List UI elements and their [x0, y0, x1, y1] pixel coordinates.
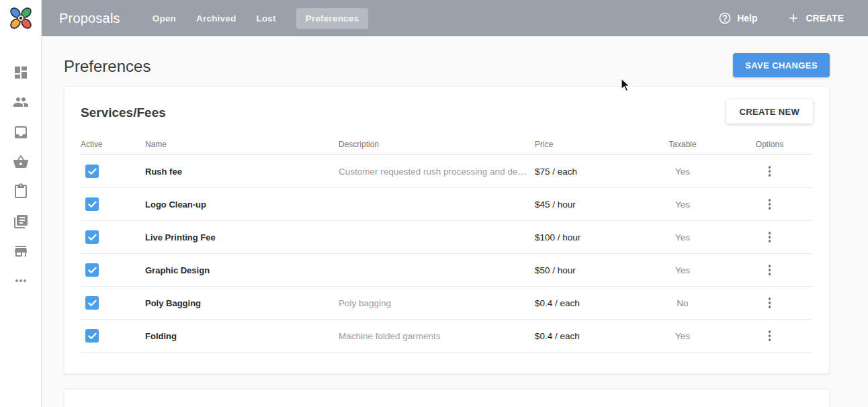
- kebab-icon: [769, 298, 771, 300]
- active-cell: [81, 165, 145, 178]
- active-checkbox[interactable]: [85, 165, 99, 178]
- column-header-price: Price: [535, 140, 639, 149]
- kebab-icon: [769, 199, 771, 201]
- column-header-options: Options: [726, 140, 813, 149]
- table-body: Rush feeCustomer requested rush processi…: [81, 155, 813, 353]
- sidebar-item-store[interactable]: [0, 236, 42, 266]
- check-icon: [88, 234, 97, 241]
- help-button[interactable]: Help: [718, 11, 757, 25]
- taxable-cell: No: [639, 298, 726, 308]
- basket-icon: [13, 154, 29, 170]
- check-icon: [88, 300, 97, 307]
- description-cell: Machine folded garments: [339, 331, 535, 341]
- clipboard-icon: [13, 183, 29, 199]
- kebab-icon: [769, 265, 771, 267]
- price-cell: $0.4 / each: [535, 298, 639, 308]
- sidebar-nav: [0, 58, 42, 296]
- price-cell: $100 / hour: [535, 232, 639, 242]
- active-checkbox[interactable]: [85, 329, 99, 343]
- column-header-active: Active: [81, 140, 145, 149]
- active-cell: [81, 263, 145, 277]
- create-button[interactable]: CREATE: [787, 11, 844, 25]
- taxable-cell: Yes: [639, 167, 726, 177]
- tab-lost[interactable]: Lost: [256, 13, 275, 24]
- help-icon: [718, 11, 732, 25]
- sidebar-item-catalogs[interactable]: [0, 206, 42, 236]
- people-icon: [13, 94, 29, 110]
- tab-preferences[interactable]: Preferences: [296, 8, 369, 29]
- header-tabs: OpenArchivedLostPreferences: [153, 8, 369, 29]
- check-icon: [88, 168, 97, 175]
- name-cell: Rush fee: [145, 167, 339, 177]
- row-options-button[interactable]: [762, 326, 778, 345]
- check-icon: [88, 201, 97, 208]
- table-row: FoldingMachine folded garments$0.4 / eac…: [81, 320, 813, 353]
- active-checkbox[interactable]: [85, 263, 99, 277]
- table-row: Graphic Design$50 / hourYes: [81, 254, 813, 287]
- help-label: Help: [737, 13, 757, 24]
- sidebar-item-dashboard[interactable]: [0, 58, 42, 87]
- dashboard-icon: [13, 64, 29, 81]
- table-row: Rush feeCustomer requested rush processi…: [81, 155, 813, 188]
- options-cell: [726, 326, 813, 345]
- pinwheel-logo-icon: [7, 4, 35, 32]
- topbar-right: Help CREATE: [718, 11, 844, 25]
- options-cell: [726, 162, 813, 181]
- kebab-icon: [769, 232, 771, 234]
- module-title: Proposals: [59, 11, 120, 26]
- row-options-button[interactable]: [762, 195, 778, 214]
- row-options-button[interactable]: [762, 162, 778, 181]
- name-cell: Folding: [145, 331, 339, 341]
- topbar: Proposals OpenArchivedLostPreferences He…: [42, 0, 868, 36]
- column-header-taxable: Taxable: [639, 140, 726, 149]
- plus-icon: [787, 11, 800, 25]
- description-cell: Customer requested rush processing and d…: [339, 167, 535, 177]
- taxable-cell: Yes: [639, 265, 726, 275]
- sidebar-item-tasks[interactable]: [0, 177, 42, 206]
- sidebar-item-orders[interactable]: [0, 147, 42, 177]
- check-icon: [88, 332, 97, 340]
- name-cell: Poly Bagging: [145, 298, 339, 308]
- column-header-name: Name: [145, 140, 339, 149]
- more-dots-icon: [13, 273, 29, 289]
- options-cell: [726, 195, 813, 214]
- active-checkbox[interactable]: [85, 197, 99, 211]
- row-options-button[interactable]: [762, 293, 778, 312]
- app-logo[interactable]: [0, 0, 42, 36]
- options-cell: [726, 293, 813, 312]
- name-cell: Graphic Design: [145, 265, 339, 275]
- taxable-cell: Yes: [639, 232, 726, 242]
- options-cell: [726, 228, 813, 246]
- card-title: Services/Fees: [81, 105, 166, 120]
- price-cell: $0.4 / each: [535, 331, 639, 341]
- sidebar-item-customers[interactable]: [0, 87, 42, 117]
- create-new-button[interactable]: CREATE NEW: [726, 99, 813, 124]
- active-checkbox[interactable]: [85, 296, 99, 310]
- price-cell: $50 / hour: [535, 265, 639, 275]
- options-cell: [726, 261, 813, 279]
- sidebar-item-more[interactable]: [0, 266, 42, 296]
- active-cell: [81, 296, 145, 310]
- kebab-icon: [769, 166, 771, 169]
- sidebar: [0, 0, 42, 407]
- sidebar-item-inbox[interactable]: [0, 118, 42, 147]
- tab-open[interactable]: Open: [153, 13, 176, 24]
- active-checkbox[interactable]: [85, 230, 99, 244]
- create-label: CREATE: [806, 13, 844, 24]
- row-options-button[interactable]: [762, 228, 778, 246]
- save-changes-button[interactable]: SAVE CHANGES: [733, 53, 830, 77]
- active-cell: [81, 230, 145, 244]
- active-cell: [81, 329, 145, 343]
- check-icon: [88, 267, 97, 274]
- description-cell: Poly bagging: [339, 298, 535, 308]
- next-settings-card: [64, 389, 830, 407]
- inbox-icon: [13, 124, 29, 140]
- table-row: Live Printing Fee$100 / hourYes: [81, 221, 813, 254]
- row-options-button[interactable]: [762, 261, 778, 279]
- table-row: Poly BaggingPoly bagging$0.4 / eachNo: [81, 287, 813, 320]
- price-cell: $45 / hour: [535, 199, 639, 210]
- table-row: Logo Clean-up$45 / hourYes: [81, 188, 813, 221]
- storefront-icon: [13, 243, 29, 259]
- tab-archived[interactable]: Archived: [196, 13, 236, 24]
- name-cell: Live Printing Fee: [145, 232, 339, 242]
